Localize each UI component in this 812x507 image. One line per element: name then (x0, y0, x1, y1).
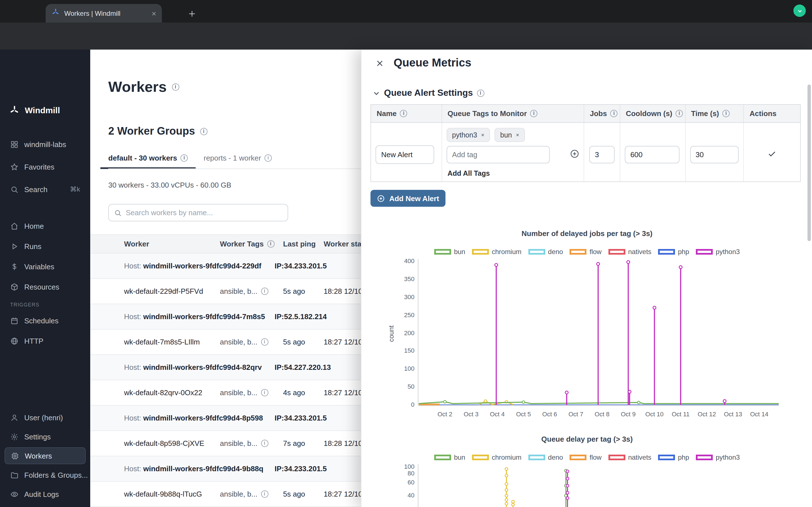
host-row[interactable]: Host: windmill-workers-9fdfc99d4-9b88qIP… (90, 456, 395, 482)
host-name: Host: windmill-workers-9fdfc99d4-82qrv (124, 363, 262, 372)
host-ip: IP:34.233.201.5 (274, 414, 327, 422)
tab-default-group[interactable]: default - 30 workersi (100, 153, 196, 169)
worker-name: wk-default-8p598-CjXVE (124, 439, 204, 448)
add-new-alert-button[interactable]: Add New Alert (370, 190, 446, 207)
close-icon (375, 58, 384, 68)
sidebar-item-runs[interactable]: Runs (4, 238, 86, 255)
host-name: Host: windmill-workers-9fdfc99d4-8p598 (124, 414, 263, 422)
legend-item-php[interactable]: php (658, 453, 689, 461)
sidebar-item-variables[interactable]: Variables (4, 258, 86, 275)
sidebar-item-http[interactable]: HTTP (4, 332, 86, 349)
legend-item-chromium[interactable]: chromium (472, 453, 521, 461)
info-icon[interactable]: i (261, 440, 268, 447)
play-icon (10, 242, 18, 250)
host-row[interactable]: Host: windmill-workers-9fdfc99d4-7m8s5IP… (90, 304, 395, 330)
sidebar-item-settings[interactable]: Settings (4, 428, 86, 445)
sidebar-item-user[interactable]: User (henri) (4, 409, 86, 426)
legend-item-python3[interactable]: python3 (696, 248, 740, 256)
alert-name-input[interactable] (375, 145, 434, 164)
tag-chip[interactable]: python3× (446, 128, 490, 142)
queue-alert-settings-toggle[interactable]: Queue Alert Settings i (373, 87, 484, 99)
info-icon[interactable]: i (261, 288, 268, 295)
browser-tab[interactable]: Workers | Windmill × (46, 4, 162, 22)
info-icon[interactable]: i (675, 110, 683, 117)
info-icon[interactable]: i (200, 128, 207, 135)
new-tab-button[interactable] (185, 6, 199, 21)
sidebar-item-search[interactable]: Search ⌘k (4, 181, 86, 198)
last-ping: 5s ago (283, 338, 305, 346)
info-icon[interactable]: i (261, 338, 268, 346)
y-tick: 80 (393, 470, 414, 477)
host-row[interactable]: Host: windmill-workers-9fdfc99d4-82qrvIP… (90, 355, 395, 380)
worker-search-input[interactable] (126, 209, 283, 217)
info-icon[interactable]: i (264, 154, 272, 162)
worker-search[interactable] (108, 204, 288, 221)
legend-item-flow[interactable]: flow (570, 453, 602, 461)
delayed-jobs-chart[interactable] (418, 258, 779, 406)
host-row[interactable]: Host: windmill-workers-9fdfc99d4-229dfIP… (90, 253, 395, 279)
sidebar-item-workers[interactable]: Workers (4, 447, 86, 464)
y-tick: 350 (393, 276, 414, 283)
remove-tag-icon[interactable]: × (516, 132, 519, 138)
info-icon[interactable]: i (267, 240, 274, 247)
worker-row[interactable]: wk-default-82qrv-0Ox22ansible, b...i4s a… (90, 380, 395, 406)
queue-delay-chart[interactable] (418, 464, 779, 507)
confirm-alert-check-icon[interactable] (767, 149, 777, 161)
info-icon[interactable]: i (261, 389, 268, 396)
workspace-name: windmill-labs (24, 140, 66, 149)
chevron-down-icon (373, 89, 380, 97)
legend-swatch (608, 455, 625, 460)
worker-groups-heading: 2 Worker Groupsi (108, 125, 207, 137)
host-row[interactable]: Host: windmill-workers-9fdfc99d4-8p598IP… (90, 406, 395, 431)
cooldown-input[interactable] (625, 146, 679, 163)
legend-item-deno[interactable]: deno (528, 248, 563, 256)
tag-chip[interactable]: bun× (495, 128, 525, 142)
info-icon[interactable]: i (610, 110, 618, 117)
worker-row[interactable]: wk-default-9b88q-lTucGansible, b...i5s a… (90, 482, 395, 507)
remove-tag-icon[interactable]: × (481, 132, 485, 138)
info-icon[interactable]: i (477, 89, 484, 97)
jobs-input[interactable] (589, 146, 615, 163)
sidebar-item-home[interactable]: Home (4, 217, 86, 234)
legend-item-nativets[interactable]: nativets (608, 453, 652, 461)
tab-reports-group[interactable]: reports - 1 workeri (196, 153, 280, 169)
legend-item-chromium[interactable]: chromium (472, 248, 521, 256)
legend-swatch (472, 249, 489, 255)
worker-row[interactable]: wk-default-7m8s5-LIllmansible, b...i5s a… (90, 330, 395, 355)
add-all-tags-link[interactable]: Add All Tags (448, 170, 490, 177)
info-icon[interactable]: i (530, 110, 538, 117)
info-icon[interactable]: i (261, 490, 268, 498)
sidebar-item-resources[interactable]: Resources (4, 278, 86, 295)
tab-close-icon[interactable]: × (152, 9, 156, 17)
legend-item-python3[interactable]: python3 (696, 453, 740, 461)
sidebar-item-workspace[interactable]: windmill-labs (4, 136, 86, 153)
legend-item-bun[interactable]: bun (434, 248, 465, 256)
sidebar-item-schedules[interactable]: Schedules (4, 312, 86, 329)
sidebar-item-favorites[interactable]: Favorites (4, 158, 86, 175)
windmill-logo[interactable]: Windmill (9, 105, 60, 115)
legend-item-php[interactable]: php (658, 248, 689, 256)
add-tag-input[interactable] (446, 146, 550, 163)
drawer-scrollbar[interactable] (808, 84, 811, 241)
legend-item-nativets[interactable]: nativets (608, 248, 652, 256)
tab-title: Workers | Windmill (64, 9, 147, 17)
sidebar-item-folders-groups[interactable]: Folders & Groups... (4, 466, 86, 483)
add-tag-plus-icon[interactable] (569, 149, 579, 161)
info-icon[interactable]: i (181, 154, 188, 162)
legend-item-bun[interactable]: bun (434, 453, 465, 461)
close-drawer-button[interactable] (372, 56, 387, 70)
legend-swatch (658, 249, 675, 255)
info-icon[interactable]: i (722, 110, 730, 117)
worker-row[interactable]: wk-default-229df-P5FVdansible, b...i5s a… (90, 279, 395, 304)
tab-list-chevron-icon[interactable] (794, 4, 806, 17)
sidebar-item-audit-logs[interactable]: Audit Logs (4, 486, 86, 503)
browser-toolbar: app.windmill.dev/workers (0, 22, 812, 50)
legend-item-deno[interactable]: deno (528, 453, 563, 461)
info-icon[interactable]: i (172, 83, 179, 91)
worker-row[interactable]: wk-default-8p598-CjXVEansible, b...i7s a… (90, 431, 395, 456)
info-icon[interactable]: i (400, 110, 407, 117)
worker-name: wk-default-9b88q-lTucG (124, 490, 202, 498)
legend-item-flow[interactable]: flow (570, 248, 602, 256)
alert-table-header: Namei Queue Tags to Monitori Jobsi Coold… (371, 105, 800, 123)
time-input[interactable] (690, 146, 739, 163)
